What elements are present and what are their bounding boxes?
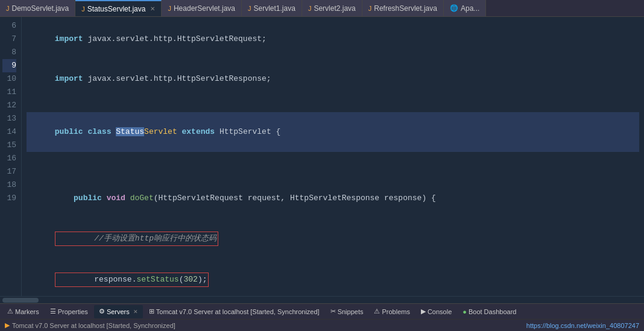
problems-icon: ⚠ [374, 307, 380, 315]
status-tomcat-text: Tomcat v7.0 Server at localhost [Started… [12, 322, 175, 329]
status-bar: ▶ Tomcat v7.0 Server at localhost [Start… [0, 319, 644, 331]
tab-demo[interactable]: J DemoServlet.java [0, 0, 75, 16]
markers-icon: ⚠ [7, 307, 13, 315]
tab-label: DemoServlet.java [12, 4, 69, 13]
tab-markers[interactable]: ⚠ Markers [2, 305, 44, 318]
code-line-6: import javax.servlet.http.HttpServletReq… [27, 19, 639, 59]
tab-bootdash[interactable]: ● Boot Dashboard [458, 305, 521, 318]
bootdash-icon: ● [462, 308, 467, 315]
tab-servlet2[interactable]: J Servlet2.java [302, 0, 362, 16]
tab-servlet1[interactable]: J Servlet1.java [242, 0, 302, 16]
java-icon: J [6, 5, 10, 12]
code-line-8 [27, 99, 639, 112]
code-line-9: public class StatusServlet extends HttpS… [27, 112, 639, 152]
line-num: 9 [2, 59, 16, 72]
tab-status[interactable]: J StatusServlet.java ✕ [75, 0, 162, 16]
datasource-label: Tomcat v7.0 Server at localhost [Started… [156, 308, 320, 315]
tab-refresh[interactable]: J RefreshServlet.java [362, 0, 444, 16]
line-num: 16 [2, 152, 16, 165]
code-line-11: public void doGet(HttpServletRequest req… [27, 165, 639, 218]
line-num: 13 [2, 112, 16, 125]
tomcat-icon: ▶ [5, 321, 10, 329]
java-icon: J [308, 5, 312, 12]
tab-console[interactable]: ▶ Console [416, 305, 456, 318]
line-num: 11 [2, 86, 16, 99]
tab-close-icon[interactable]: ✕ [150, 5, 155, 12]
code-line-12: //手动设置http响应行中的状态码 [27, 218, 639, 259]
code-content[interactable]: import javax.servlet.http.HttpServletReq… [22, 17, 644, 296]
properties-icon: ☰ [50, 307, 56, 315]
console-label: Console [428, 308, 452, 315]
line-num: 14 [2, 125, 16, 139]
file-icon: 🌐 [450, 4, 458, 12]
tab-snippets[interactable]: ✂ Snippets [326, 305, 368, 318]
snippets-label: Snippets [338, 308, 364, 315]
snippets-icon: ✂ [330, 307, 336, 315]
status-url[interactable]: https://blog.csdn.net/weixin_40807247 [526, 322, 639, 329]
console-icon: ▶ [421, 307, 426, 315]
java-icon: J [248, 5, 251, 12]
tab-servers[interactable]: ⚙ Servers ✕ [94, 305, 143, 318]
code-line-7: import javax.servlet.http.HttpServletRes… [27, 59, 639, 99]
code-editor: 6 7 8 9 10 11 12 13 14 15 16 17 18 19 im… [0, 17, 644, 296]
line-num: 15 [2, 139, 16, 152]
line-num: 7 [2, 33, 16, 46]
servers-close-icon[interactable]: ✕ [133, 309, 138, 315]
line-num: 18 [2, 178, 16, 192]
scroll-thumb[interactable] [2, 298, 39, 303]
tab-label: StatusServlet.java [87, 5, 146, 13]
tab-label: Servlet1.java [254, 4, 295, 13]
bootdash-label: Boot Dashboard [469, 308, 517, 315]
line-numbers: 6 7 8 9 10 11 12 13 14 15 16 17 18 19 [0, 17, 22, 296]
tab-bar: J DemoServlet.java J StatusServlet.java … [0, 0, 644, 17]
datasource-icon: ⊞ [149, 307, 154, 315]
servers-icon: ⚙ [99, 307, 105, 315]
java-icon: J [368, 5, 372, 12]
problems-label: Problems [382, 308, 409, 315]
line-num: 8 [2, 46, 16, 59]
markers-label: Markers [15, 308, 39, 315]
horizontal-scrollbar[interactable] [0, 296, 644, 303]
line-num: 10 [2, 72, 16, 86]
bottom-tab-bar: ⚠ Markers ☰ Properties ⚙ Servers ✕ ⊞ Tom… [0, 303, 644, 319]
tab-label: Apa... [461, 4, 479, 13]
tab-properties[interactable]: ☰ Properties [45, 305, 93, 318]
tab-problems[interactable]: ⚠ Problems [369, 305, 414, 318]
status-tomcat: ▶ Tomcat v7.0 Server at localhost [Start… [5, 321, 175, 329]
properties-label: Properties [58, 308, 88, 315]
line-num: 17 [2, 165, 16, 178]
tab-apa[interactable]: 🌐 Apa... [444, 0, 486, 16]
tab-label: Servlet2.java [314, 4, 355, 13]
line-num: 6 [2, 19, 16, 33]
url-text: https://blog.csdn.net/weixin_40807247 [526, 322, 639, 329]
tab-label: RefreshServlet.java [374, 4, 437, 13]
code-line-10 [27, 152, 639, 165]
tab-header[interactable]: J HeaderServlet.java [162, 0, 242, 16]
servers-label: Servers [107, 308, 130, 315]
code-line-13: response.setStatus(302); [27, 259, 639, 296]
java-icon: J [168, 5, 171, 12]
java-icon: J [81, 5, 85, 13]
tab-datasource[interactable]: ⊞ Tomcat v7.0 Server at localhost [Start… [144, 305, 324, 318]
tab-label: HeaderServlet.java [174, 4, 235, 13]
line-num: 12 [2, 99, 16, 112]
line-num: 19 [2, 192, 16, 205]
